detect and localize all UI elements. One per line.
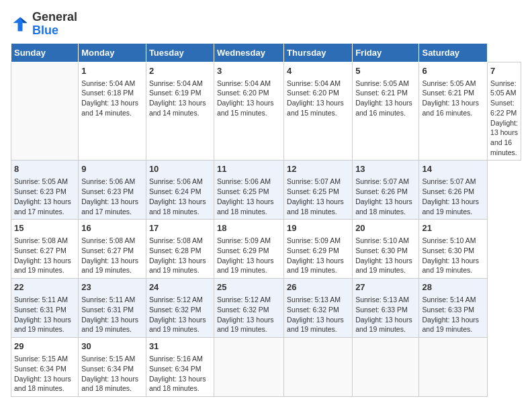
calendar-empty-cell	[214, 338, 283, 397]
day-info: Sunrise: 5:05 AMSunset: 6:21 PMDaylight:…	[422, 79, 484, 118]
day-info: Sunrise: 5:15 AMSunset: 6:34 PMDaylight:…	[14, 354, 75, 394]
calendar-day-cell: 19Sunrise: 5:09 AMSunset: 6:29 PMDayligh…	[284, 220, 353, 279]
day-number: 13	[355, 163, 416, 175]
calendar-day-cell: 30Sunrise: 5:15 AMSunset: 6:34 PMDayligh…	[79, 338, 146, 397]
day-info: Sunrise: 5:11 AMSunset: 6:31 PMDaylight:…	[14, 295, 75, 334]
day-info: Sunrise: 5:16 AMSunset: 6:34 PMDaylight:…	[149, 354, 211, 394]
day-number: 1	[81, 65, 143, 77]
weekday-header-tuesday: Tuesday	[146, 43, 214, 62]
day-info: Sunrise: 5:10 AMSunset: 6:30 PMDaylight:…	[355, 236, 416, 275]
calendar-day-cell: 26Sunrise: 5:13 AMSunset: 6:32 PMDayligh…	[284, 279, 353, 338]
day-info: Sunrise: 5:05 AMSunset: 6:21 PMDaylight:…	[355, 79, 416, 118]
calendar-day-cell: 24Sunrise: 5:12 AMSunset: 6:32 PMDayligh…	[146, 279, 214, 338]
day-info: Sunrise: 5:06 AMSunset: 6:24 PMDaylight:…	[149, 177, 211, 216]
calendar-day-cell: 12Sunrise: 5:07 AMSunset: 6:25 PMDayligh…	[284, 161, 353, 220]
day-info: Sunrise: 5:12 AMSunset: 6:32 PMDaylight:…	[217, 295, 281, 334]
weekday-header-row: SundayMondayTuesdayWednesdayThursdayFrid…	[11, 43, 521, 62]
calendar-day-cell: 29Sunrise: 5:15 AMSunset: 6:34 PMDayligh…	[11, 338, 79, 397]
day-info: Sunrise: 5:10 AMSunset: 6:30 PMDaylight:…	[422, 236, 484, 275]
day-info: Sunrise: 5:04 AMSunset: 6:19 PMDaylight:…	[149, 79, 211, 118]
calendar-day-cell: 23Sunrise: 5:11 AMSunset: 6:31 PMDayligh…	[79, 279, 146, 338]
day-info: Sunrise: 5:12 AMSunset: 6:32 PMDaylight:…	[149, 295, 211, 334]
calendar-day-cell: 15Sunrise: 5:08 AMSunset: 6:27 PMDayligh…	[11, 220, 79, 279]
day-info: Sunrise: 5:08 AMSunset: 6:27 PMDaylight:…	[14, 236, 75, 275]
day-info: Sunrise: 5:13 AMSunset: 6:32 PMDaylight:…	[287, 295, 349, 334]
day-info: Sunrise: 5:09 AMSunset: 6:29 PMDaylight:…	[287, 236, 349, 275]
logo-icon	[11, 15, 30, 34]
day-number: 26	[287, 281, 349, 293]
day-number: 29	[14, 340, 75, 353]
calendar-day-cell: 3Sunrise: 5:04 AMSunset: 6:20 PMDaylight…	[214, 62, 283, 161]
calendar-day-cell: 8Sunrise: 5:05 AMSunset: 6:23 PMDaylight…	[11, 161, 79, 220]
day-info: Sunrise: 5:07 AMSunset: 6:26 PMDaylight:…	[422, 177, 484, 216]
calendar-day-cell: 18Sunrise: 5:09 AMSunset: 6:29 PMDayligh…	[214, 220, 283, 279]
day-info: Sunrise: 5:07 AMSunset: 6:25 PMDaylight:…	[287, 177, 349, 216]
day-number: 11	[217, 163, 281, 175]
day-number: 25	[217, 281, 281, 293]
day-number: 14	[422, 163, 484, 175]
day-number: 24	[149, 281, 211, 293]
calendar-day-cell: 31Sunrise: 5:16 AMSunset: 6:34 PMDayligh…	[146, 338, 214, 397]
weekday-header-monday: Monday	[79, 43, 146, 62]
day-info: Sunrise: 5:13 AMSunset: 6:33 PMDaylight:…	[355, 295, 416, 334]
weekday-header-friday: Friday	[353, 43, 419, 62]
calendar-day-cell: 13Sunrise: 5:07 AMSunset: 6:26 PMDayligh…	[353, 161, 419, 220]
day-number: 28	[422, 281, 484, 293]
day-number: 18	[217, 222, 281, 234]
calendar-day-cell: 1Sunrise: 5:04 AMSunset: 6:18 PMDaylight…	[79, 62, 146, 161]
day-number: 3	[217, 65, 281, 77]
calendar-week-row: 8Sunrise: 5:05 AMSunset: 6:23 PMDaylight…	[11, 161, 521, 220]
calendar-table: SundayMondayTuesdayWednesdayThursdayFrid…	[11, 43, 521, 397]
calendar-day-cell: 9Sunrise: 5:06 AMSunset: 6:23 PMDaylight…	[79, 161, 146, 220]
day-info: Sunrise: 5:07 AMSunset: 6:26 PMDaylight:…	[355, 177, 416, 216]
day-number: 12	[287, 163, 349, 175]
calendar-day-cell: 17Sunrise: 5:08 AMSunset: 6:28 PMDayligh…	[146, 220, 214, 279]
calendar-empty-cell	[284, 338, 353, 397]
day-number: 27	[355, 281, 416, 293]
calendar-day-cell: 10Sunrise: 5:06 AMSunset: 6:24 PMDayligh…	[146, 161, 214, 220]
day-number: 19	[287, 222, 349, 234]
calendar-day-cell: 4Sunrise: 5:04 AMSunset: 6:20 PMDaylight…	[284, 62, 353, 161]
logo-text: General Blue	[32, 11, 77, 38]
calendar-day-cell: 22Sunrise: 5:11 AMSunset: 6:31 PMDayligh…	[11, 279, 79, 338]
weekday-header-thursday: Thursday	[284, 43, 353, 62]
weekday-header-sunday: Sunday	[11, 43, 79, 62]
day-number: 2	[149, 65, 211, 77]
calendar-day-cell: 25Sunrise: 5:12 AMSunset: 6:32 PMDayligh…	[214, 279, 283, 338]
day-info: Sunrise: 5:15 AMSunset: 6:34 PMDaylight:…	[81, 354, 143, 394]
weekday-header-wednesday: Wednesday	[214, 43, 283, 62]
day-number: 7	[490, 65, 518, 77]
day-number: 31	[149, 340, 211, 353]
calendar-day-cell: 11Sunrise: 5:06 AMSunset: 6:25 PMDayligh…	[214, 161, 283, 220]
day-number: 8	[14, 163, 75, 175]
day-number: 21	[422, 222, 484, 234]
weekday-header-saturday: Saturday	[419, 43, 488, 62]
svg-marker-0	[13, 17, 28, 31]
day-info: Sunrise: 5:04 AMSunset: 6:20 PMDaylight:…	[217, 79, 281, 118]
calendar-empty-cell	[353, 338, 419, 397]
calendar-empty-cell	[11, 62, 79, 161]
calendar-week-row: 15Sunrise: 5:08 AMSunset: 6:27 PMDayligh…	[11, 220, 521, 279]
day-info: Sunrise: 5:11 AMSunset: 6:31 PMDaylight:…	[81, 295, 143, 334]
day-number: 9	[81, 163, 143, 175]
calendar-day-cell: 6Sunrise: 5:05 AMSunset: 6:21 PMDaylight…	[419, 62, 488, 161]
day-info: Sunrise: 5:04 AMSunset: 6:20 PMDaylight:…	[287, 79, 349, 118]
day-number: 6	[422, 65, 484, 77]
day-info: Sunrise: 5:05 AMSunset: 6:22 PMDaylight:…	[490, 79, 518, 158]
logo: General Blue	[11, 11, 77, 38]
calendar-week-row: 22Sunrise: 5:11 AMSunset: 6:31 PMDayligh…	[11, 279, 521, 338]
day-number: 15	[14, 222, 75, 234]
day-number: 5	[355, 65, 416, 77]
day-info: Sunrise: 5:06 AMSunset: 6:25 PMDaylight:…	[217, 177, 281, 216]
calendar-day-cell: 5Sunrise: 5:05 AMSunset: 6:21 PMDaylight…	[353, 62, 419, 161]
day-number: 22	[14, 281, 75, 293]
day-number: 30	[81, 340, 143, 353]
calendar-day-cell: 21Sunrise: 5:10 AMSunset: 6:30 PMDayligh…	[419, 220, 488, 279]
day-info: Sunrise: 5:05 AMSunset: 6:23 PMDaylight:…	[14, 177, 75, 216]
page-header: General Blue	[11, 11, 521, 38]
day-info: Sunrise: 5:08 AMSunset: 6:27 PMDaylight:…	[81, 236, 143, 275]
page-container: General Blue SundayMondayTuesdayWednesda…	[11, 11, 521, 397]
calendar-day-cell: 14Sunrise: 5:07 AMSunset: 6:26 PMDayligh…	[419, 161, 488, 220]
calendar-day-cell: 2Sunrise: 5:04 AMSunset: 6:19 PMDaylight…	[146, 62, 214, 161]
day-number: 16	[81, 222, 143, 234]
